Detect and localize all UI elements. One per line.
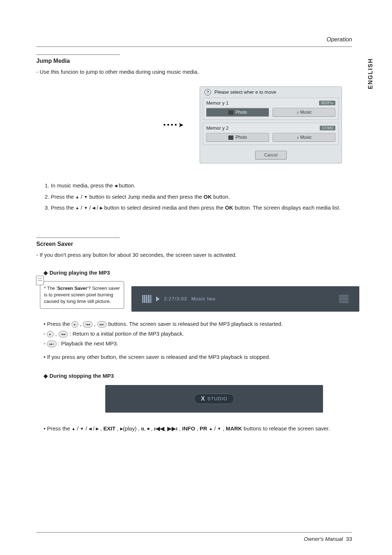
pattern-icon <box>339 295 348 303</box>
stopping-bullets: • Press the ▲ / ▼ / ◀ / ▶ , EXIT , ▶(pla… <box>44 424 359 433</box>
sub-playing: ◆ During playing the MP3 <box>44 270 359 276</box>
prev-button-icon: ı◂◂ <box>58 331 68 337</box>
play-icon <box>156 296 160 301</box>
down-icon: ▼ <box>217 426 221 431</box>
title-rule <box>36 54 120 55</box>
note-icon <box>36 276 44 285</box>
screen-saver-section: Screen Saver - If you don't press any bu… <box>36 238 359 433</box>
left-icon: ◀ <box>114 183 117 188</box>
move-dialog: ? Please select wher e to move Memor y 1… <box>200 86 342 163</box>
bullet-3: - ▸▸ı : Playback the next MP3. <box>44 339 359 348</box>
jump-media-title: Jump Media <box>36 58 359 64</box>
memory1-label: Memor y 1 <box>206 100 228 106</box>
music-icon: ♪ <box>297 135 299 140</box>
memory1-tag: MS/Pro <box>319 101 335 105</box>
mp3-playback-bar: 2:27/3:03 Music two <box>131 286 359 312</box>
cancel-row: Cancel <box>200 148 342 163</box>
mem1-photo-button[interactable]: Photo <box>206 108 269 117</box>
down-icon: ▼ <box>84 206 88 210</box>
playing-row: * The 'Screen Saver'? Screen saver is to… <box>40 281 359 312</box>
page-footer: Owner's Manual 33 <box>304 536 352 542</box>
step-2: Press the ▲ / ▼ button to select Jump me… <box>51 193 359 201</box>
divider-top <box>36 46 352 47</box>
memory2-label: Memor y 2 <box>206 125 228 131</box>
step-1: In music media, press the ◀ button. <box>51 182 359 190</box>
equalizer-icon <box>142 295 152 303</box>
dialog-header: ? Please select wher e to move <box>200 87 342 98</box>
photo-icon <box>228 110 233 115</box>
jump-media-section: Jump Media - Use this funcion to jump to… <box>36 54 359 212</box>
xstudio-logo: X STUDIO <box>194 394 234 404</box>
arrow-icon: ••••➤ <box>163 121 185 129</box>
jump-media-steps: In music media, press the ◀ button. Pres… <box>36 182 359 212</box>
sub-stopping: ◆ During stopping the MP3 <box>44 373 359 379</box>
prev-button-icon: ı◂◂ <box>83 321 93 328</box>
logo-x-icon: X <box>201 396 205 402</box>
left-icon: ◀ <box>89 426 91 431</box>
track-name: Music two <box>191 296 216 301</box>
up-icon: ▲ <box>72 426 75 431</box>
up-icon: ▲ <box>75 195 79 199</box>
down-icon: ▼ <box>84 195 88 199</box>
title-rule <box>36 238 120 238</box>
jump-media-desc: - Use this funcion to jump to other medi… <box>36 68 359 76</box>
photo-icon <box>228 135 233 140</box>
next-button-icon: ▸▸ı <box>97 321 107 328</box>
mem2-music-button[interactable]: ♪Music <box>273 133 335 142</box>
language-tab: ENGLISH <box>367 58 374 89</box>
memory1-block: Memor y 1 MS/Pro Photo ♪Music <box>203 98 339 120</box>
mem1-music-button[interactable]: ♪Music <box>273 108 335 117</box>
music-icon: ♪ <box>297 110 299 115</box>
page-number: 33 <box>346 536 352 542</box>
mem2-photo-button[interactable]: Photo <box>206 133 269 142</box>
memory2-block: Memor y 2 CF/MD Photo ♪Music <box>203 123 339 145</box>
section-header: Operation <box>327 36 352 43</box>
up-icon: ▲ <box>209 426 213 431</box>
right-icon: ▶ <box>100 206 103 210</box>
down-icon: ▼ <box>80 426 84 431</box>
bullet-4: • If you press any other button, the scr… <box>44 352 359 362</box>
divider-bottom <box>36 532 352 532</box>
play-button-icon: ▸ <box>47 331 54 337</box>
right-icon: ▶ <box>96 426 99 431</box>
screen-saver-desc: - If you don't press any button for abou… <box>36 251 359 259</box>
cancel-button[interactable]: Cancel <box>255 151 287 159</box>
help-icon: ? <box>204 89 211 96</box>
bullet-2: - ▸ , ı◂◂ : Return to a initial portion … <box>44 329 359 339</box>
manual-page: Operation ENGLISH Jump Media - Use this … <box>0 0 392 555</box>
xstudio-bar: X STUDIO <box>105 385 323 413</box>
playing-bullets: • Press the ▸ , ı◂◂ , ▸▸ı buttons. The s… <box>44 319 359 362</box>
playback-time: 2:27/3:03 <box>164 296 187 301</box>
play-icon: ▶ <box>120 426 123 431</box>
bullet-1: • Press the ▸ , ı◂◂ , ▸▸ı buttons. The s… <box>44 319 359 329</box>
memory2-tag: CF/MD <box>320 126 336 130</box>
left-icon: ◀ <box>92 206 95 210</box>
dialog-prompt: Please select wher e to move <box>215 89 276 95</box>
screen-saver-title: Screen Saver <box>36 241 359 247</box>
step-3: Press the ▲ / ▼ / ◀ / ▶ button to select… <box>51 204 359 212</box>
next-button-icon: ▸▸ı <box>47 341 57 347</box>
callout-box: * The 'Screen Saver'? Screen saver is to… <box>40 281 124 309</box>
play-button-icon: ▸ <box>72 321 78 328</box>
up-icon: ▲ <box>75 206 79 210</box>
dialog-row: ••••➤ ? Please select wher e to move Mem… <box>36 86 359 163</box>
final-bullet: • Press the ▲ / ▼ / ◀ / ▶ , EXIT , ▶(pla… <box>44 424 359 433</box>
